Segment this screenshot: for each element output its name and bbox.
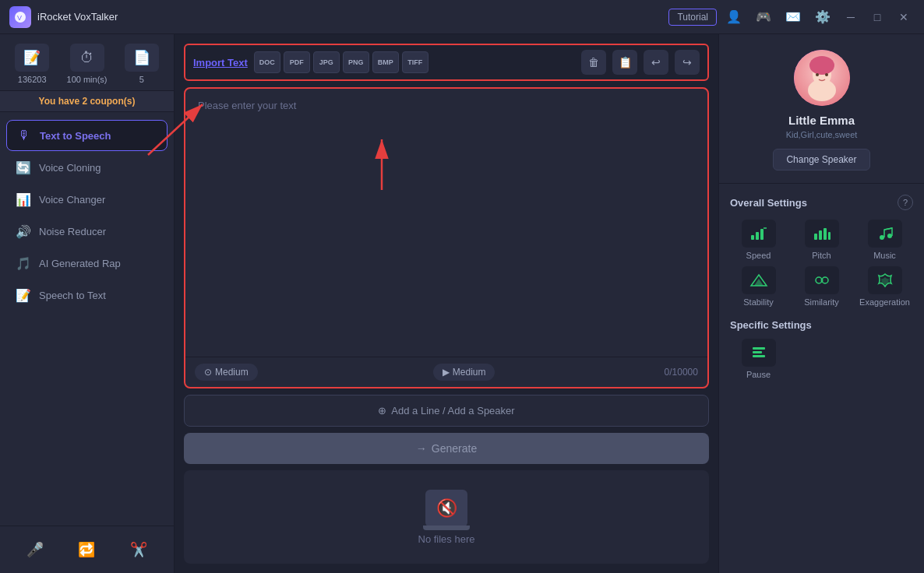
agr-label: AI Generated Rap bbox=[39, 258, 121, 269]
sidebar-item-speech-to-text[interactable]: 📝 Speech to Text bbox=[6, 280, 168, 311]
redo-action[interactable]: ↪ bbox=[675, 50, 700, 75]
time-icon: ⏱ bbox=[70, 44, 104, 72]
speed-label: Medium bbox=[215, 367, 249, 378]
svg-rect-14 bbox=[828, 232, 831, 240]
svg-rect-10 bbox=[760, 229, 764, 240]
generate-label: Generate bbox=[432, 442, 477, 455]
count-icon: 📄 bbox=[125, 44, 159, 72]
settings-icon[interactable]: ⚙️ bbox=[810, 5, 835, 30]
file-type-jpg[interactable]: JPG bbox=[313, 51, 340, 73]
specific-settings-grid: Pause bbox=[730, 339, 913, 379]
user-icon[interactable]: 👤 bbox=[721, 5, 746, 30]
setting-music: Music bbox=[856, 220, 913, 260]
app-logo: V bbox=[9, 6, 31, 28]
add-icon: ⊕ bbox=[378, 405, 386, 417]
change-speaker-button[interactable]: Change Speaker bbox=[773, 149, 869, 170]
close-button[interactable]: ✕ bbox=[893, 6, 915, 28]
stat-chars: 📝 136203 bbox=[15, 44, 49, 84]
sidebar: 📝 136203 ⏱ 100 min(s) 📄 5 You have 2 cou… bbox=[0, 34, 175, 573]
speaker-section: Little Emma Kid,Girl,cute,sweet Change S… bbox=[719, 34, 924, 184]
speed-icon[interactable] bbox=[742, 220, 776, 248]
svg-text:V: V bbox=[17, 14, 22, 22]
pause-icon[interactable] bbox=[742, 339, 776, 367]
svg-point-5 bbox=[809, 56, 834, 75]
tutorial-button[interactable]: Tutorial bbox=[668, 9, 717, 26]
undo-action[interactable]: ↩ bbox=[644, 50, 668, 75]
file-type-png[interactable]: PNG bbox=[343, 51, 369, 73]
pitch-icon[interactable] bbox=[805, 220, 839, 248]
speed-tone-badge[interactable]: ⊙ Medium bbox=[195, 364, 258, 381]
text-input-footer: ⊙ Medium ▶ Medium 0/10000 bbox=[185, 357, 707, 387]
app-title: iRocket VoxTalker bbox=[37, 11, 668, 23]
right-panel: Little Emma Kid,Girl,cute,sweet Change S… bbox=[718, 34, 924, 573]
vc-icon: 🔄 bbox=[16, 160, 31, 175]
stability-icon[interactable] bbox=[742, 266, 776, 294]
pitch-label: Medium bbox=[453, 367, 486, 378]
mic-icon[interactable]: 🎤 bbox=[21, 536, 49, 564]
vc-label: Voice Cloning bbox=[39, 162, 101, 174]
stability-label-text: Stability bbox=[743, 297, 774, 307]
title-bar-actions: Tutorial 👤 🎮 ✉️ ⚙️ ─ □ ✕ bbox=[668, 5, 915, 30]
copy-action[interactable]: 📋 bbox=[612, 50, 637, 75]
sidebar-item-voice-cloning[interactable]: 🔄 Voice Cloning bbox=[6, 153, 168, 183]
add-line-label: Add a Line / Add a Speaker bbox=[391, 405, 514, 417]
speaker-name: Little Emma bbox=[788, 114, 855, 127]
sidebar-bottom: 🎤 🔁 ✂️ bbox=[0, 526, 174, 573]
overall-settings-title: Overall Settings bbox=[730, 197, 807, 209]
import-toolbar: Import Text DOC PDF JPG PNG BMP TIFF 🗑 📋… bbox=[184, 44, 709, 81]
generate-button[interactable]: → Generate bbox=[184, 433, 709, 464]
svg-rect-13 bbox=[823, 228, 827, 240]
mail-icon[interactable]: ✉️ bbox=[781, 5, 806, 30]
tts-icon: 🎙 bbox=[16, 128, 32, 142]
sidebar-item-tts[interactable]: 🎙 Text to Speech bbox=[6, 120, 168, 151]
text-placeholder[interactable]: Please enter your text bbox=[185, 89, 707, 357]
minimize-button[interactable]: ─ bbox=[840, 6, 862, 28]
setting-exaggeration: Exaggeration bbox=[856, 266, 913, 307]
file-type-doc[interactable]: DOC bbox=[254, 51, 280, 73]
discord-icon[interactable]: 🎮 bbox=[751, 5, 776, 30]
chars-icon: 📝 bbox=[15, 44, 49, 72]
help-icon[interactable]: ? bbox=[898, 195, 913, 210]
center-content: Import Text DOC PDF JPG PNG BMP TIFF 🗑 📋… bbox=[175, 34, 718, 573]
file-type-pdf[interactable]: PDF bbox=[284, 51, 310, 73]
music-label-text: Music bbox=[873, 251, 896, 260]
no-files-icon: 🔇 bbox=[425, 490, 467, 527]
pitch-label-text: Pitch bbox=[812, 251, 831, 260]
import-text-button[interactable]: Import Text bbox=[193, 57, 248, 69]
time-value: 100 min(s) bbox=[67, 75, 108, 84]
svg-point-6 bbox=[816, 73, 819, 76]
music-icon[interactable] bbox=[868, 220, 902, 248]
sidebar-item-ai-rap[interactable]: 🎵 AI Generated Rap bbox=[6, 248, 168, 279]
file-type-bmp[interactable]: BMP bbox=[372, 51, 399, 73]
no-files-area: 🔇 No files here bbox=[184, 470, 709, 564]
svg-point-7 bbox=[825, 73, 828, 76]
pitch-tone-badge[interactable]: ▶ Medium bbox=[433, 364, 496, 381]
text-input-area: Please enter your text ⊙ Medium ▶ Medium… bbox=[184, 87, 709, 388]
maximize-button[interactable]: □ bbox=[866, 6, 888, 28]
coupon-banner: You have 2 coupon(s) bbox=[0, 91, 174, 112]
sidebar-item-noise-reducer[interactable]: 🔊 Noise Reducer bbox=[6, 216, 168, 247]
file-type-tiff[interactable]: TIFF bbox=[402, 51, 428, 73]
speaker-avatar bbox=[794, 50, 850, 106]
vch-icon: 📊 bbox=[16, 192, 31, 207]
exaggeration-label-text: Exaggeration bbox=[859, 297, 910, 307]
setting-pause: Pause bbox=[730, 339, 787, 379]
nr-label: Noise Reducer bbox=[39, 226, 106, 237]
setting-speed: Speed bbox=[730, 220, 787, 260]
settings-header: Overall Settings ? bbox=[730, 195, 913, 210]
delete-action[interactable]: 🗑 bbox=[581, 50, 606, 75]
sidebar-item-voice-changer[interactable]: 📊 Voice Changer bbox=[6, 185, 168, 215]
svg-rect-11 bbox=[814, 234, 817, 240]
similarity-icon[interactable] bbox=[805, 266, 839, 294]
vch-label: Voice Changer bbox=[39, 194, 105, 206]
svg-line-17 bbox=[884, 228, 892, 230]
similarity-label-text: Similarity bbox=[804, 297, 839, 307]
add-line-button[interactable]: ⊕ Add a Line / Add a Speaker bbox=[184, 395, 709, 427]
exaggeration-icon[interactable] bbox=[868, 266, 902, 294]
main-layout: 📝 136203 ⏱ 100 min(s) 📄 5 You have 2 cou… bbox=[0, 34, 924, 573]
repeat-icon[interactable]: 🔁 bbox=[72, 536, 101, 564]
pause-label-text: Pause bbox=[746, 370, 771, 379]
svg-point-16 bbox=[887, 234, 892, 238]
title-bar: V iRocket VoxTalker Tutorial 👤 🎮 ✉️ ⚙️ ─… bbox=[0, 0, 924, 34]
cut-icon[interactable]: ✂️ bbox=[125, 536, 153, 564]
